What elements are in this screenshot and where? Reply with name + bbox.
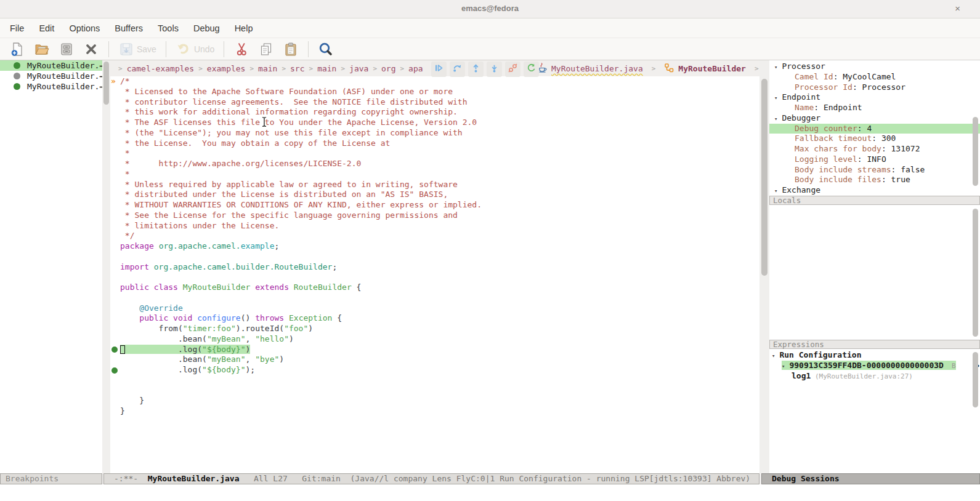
code-token bbox=[284, 313, 289, 323]
menu-item-buffers[interactable]: Buffers bbox=[107, 21, 150, 36]
echo-area[interactable] bbox=[0, 484, 980, 501]
close-window-button[interactable]: × bbox=[955, 3, 960, 14]
menu-item-edit[interactable]: Edit bbox=[31, 21, 62, 36]
menu-item-file[interactable]: File bbox=[2, 21, 31, 36]
save-archive-button[interactable] bbox=[54, 40, 79, 58]
code-token bbox=[250, 283, 255, 292]
triangle-down-icon[interactable]: ▾ bbox=[782, 363, 785, 369]
breadcrumb-segment[interactable]: apa bbox=[408, 64, 423, 73]
menu-item-help[interactable]: Help bbox=[227, 21, 261, 36]
code-line: .bean("myBean", "hello") bbox=[110, 334, 759, 345]
tree-leaf[interactable]: Processor Id: Processor bbox=[769, 82, 980, 93]
breakpoint-list-item[interactable]: MyRouteBuilder.→ bbox=[0, 81, 102, 92]
breadcrumb-segment[interactable]: camel-examples bbox=[127, 64, 195, 73]
breadcrumb-segment[interactable]: src bbox=[290, 64, 304, 73]
expressions-scrollbar-thumb[interactable] bbox=[973, 352, 978, 407]
triangle-down-icon[interactable]: ▾ bbox=[774, 188, 777, 194]
breakpoint-list-item[interactable]: MyRouteBuilder.→ bbox=[0, 60, 102, 71]
tree-leaf[interactable]: Debug counter: 4 bbox=[769, 124, 980, 134]
menu-item-options[interactable]: Options bbox=[62, 21, 107, 36]
triangle-down-icon[interactable]: ▾ bbox=[772, 353, 775, 359]
code-token: org.apache.camel.builder.RouteBuilder bbox=[154, 262, 333, 271]
breakpoint-dot-icon[interactable] bbox=[111, 367, 118, 374]
code-editor-window[interactable]: >camel-examples>examples>main>src>main>j… bbox=[110, 60, 759, 473]
breakpoint-dot-icon[interactable] bbox=[111, 347, 118, 353]
tree-leaf[interactable]: Fallback timeout: 300 bbox=[769, 134, 980, 144]
chevron-right-icon: > bbox=[118, 65, 123, 73]
editor-scrollbar[interactable] bbox=[759, 60, 769, 473]
breadcrumb-segment[interactable]: main bbox=[258, 64, 277, 73]
code-token: class bbox=[154, 283, 178, 292]
tree-node-label: Endpoint bbox=[782, 92, 820, 102]
code-token: } bbox=[120, 396, 144, 405]
expression-row[interactable]: ▾990913C359FF4DB-000000000000003D B→ bbox=[769, 361, 980, 371]
code-buffer[interactable]: »/* * Licensed to the Apache Software Fo… bbox=[110, 76, 759, 473]
sidebar-scrollbar-thumb[interactable] bbox=[103, 62, 109, 105]
tree-leaf[interactable]: Body include files: true bbox=[769, 175, 980, 185]
debug-step-over-button[interactable] bbox=[450, 62, 465, 77]
code-line: @Override bbox=[110, 303, 759, 314]
expression-label: Run Configuration bbox=[779, 350, 861, 359]
breadcrumb-file-name[interactable]: MyRouteBuilder.java bbox=[551, 64, 643, 73]
inspect-scrollbar-thumb[interactable] bbox=[973, 117, 978, 186]
code-token: * WITHOUT WARRANTIES OR CONDITIONS OF AN… bbox=[120, 200, 482, 209]
tree-leaf[interactable]: Camel Id: MyCoolCamel bbox=[769, 72, 980, 82]
debug-step-in-button[interactable] bbox=[487, 62, 502, 77]
debug-restart-button[interactable] bbox=[524, 62, 539, 77]
breakpoint-item-label: MyRouteBuilder. bbox=[27, 82, 99, 91]
tree-node[interactable]: ▾Processor bbox=[769, 62, 980, 72]
triangle-down-icon[interactable]: ▾ bbox=[774, 64, 777, 70]
debug-continue-button[interactable] bbox=[431, 62, 447, 77]
save-button[interactable]: Save bbox=[114, 40, 161, 58]
breadcrumb-segment[interactable]: java bbox=[349, 64, 368, 73]
cut-icon bbox=[233, 41, 249, 57]
paste-button[interactable] bbox=[278, 40, 303, 58]
cut-button[interactable] bbox=[229, 40, 254, 58]
search-button[interactable] bbox=[314, 40, 338, 58]
code-token: .log( bbox=[120, 365, 202, 374]
locals-header: Locals bbox=[769, 196, 980, 205]
breadcrumb-segment[interactable]: main bbox=[317, 64, 336, 73]
chevron-right-icon: > bbox=[400, 65, 404, 73]
menu-item-tools[interactable]: Tools bbox=[150, 21, 186, 36]
editor-scrollbar-thumb[interactable] bbox=[761, 79, 767, 276]
breakpoint-item-label: MyRouteBuilder. bbox=[27, 61, 99, 70]
tree-leaf[interactable]: Logging level: INFO bbox=[769, 154, 980, 165]
tree-leaf[interactable]: Name: Endpoint bbox=[769, 103, 980, 113]
tree-node-label: Exchange bbox=[782, 185, 820, 194]
code-token: .bean( bbox=[120, 334, 207, 343]
expression-row[interactable]: log1 (MyRouteBuilder.java:27) bbox=[769, 371, 980, 382]
tree-leaf[interactable]: Max chars for body: 131072 bbox=[769, 144, 980, 154]
current-debug-line-highlight: .log("${body}") bbox=[120, 345, 250, 354]
tree-node[interactable]: ▾Debugger bbox=[769, 113, 980, 124]
copy-button[interactable] bbox=[254, 40, 278, 58]
sidebar-scrollbar[interactable] bbox=[102, 60, 110, 473]
tree-leaf-key: Name bbox=[795, 103, 814, 112]
code-token: package bbox=[120, 241, 154, 250]
expression-label: log1 bbox=[792, 371, 811, 380]
close-x-button[interactable] bbox=[79, 40, 103, 58]
triangle-down-icon[interactable]: ▾ bbox=[774, 116, 777, 122]
chevron-right-icon: > bbox=[341, 65, 345, 73]
new-file-button[interactable] bbox=[5, 40, 30, 58]
tree-node[interactable]: ▾Exchange bbox=[769, 185, 980, 196]
debug-step-out-button[interactable] bbox=[468, 62, 484, 77]
code-line: from("timer:foo").routeId("foo") bbox=[110, 324, 759, 334]
breadcrumb-segment[interactable]: org bbox=[381, 64, 395, 73]
breadcrumb-symbol[interactable]: MyRouteBuilder bbox=[678, 64, 746, 73]
open-folder-button[interactable] bbox=[30, 40, 54, 58]
breadcrumb-segment[interactable]: examples bbox=[207, 64, 246, 73]
code-token: Exception bbox=[289, 313, 332, 323]
undo-button[interactable]: Undo bbox=[171, 40, 219, 58]
tree-node[interactable]: ▾Endpoint bbox=[769, 92, 980, 103]
locals-scrollbar-thumb[interactable] bbox=[973, 209, 978, 337]
triangle-down-icon[interactable]: ▾ bbox=[774, 95, 777, 101]
breakpoint-list-item[interactable]: MyRouteBuilder.→ bbox=[0, 71, 102, 81]
locals-body bbox=[769, 205, 980, 340]
tree-leaf[interactable]: Body include streams: false bbox=[769, 165, 980, 175]
expression-row[interactable]: ▾Run Configuration bbox=[769, 350, 980, 361]
code-token: * bbox=[120, 148, 130, 158]
code-token: { bbox=[352, 283, 362, 292]
menu-item-debug[interactable]: Debug bbox=[186, 21, 227, 36]
debug-disconnect-button[interactable] bbox=[505, 62, 520, 77]
